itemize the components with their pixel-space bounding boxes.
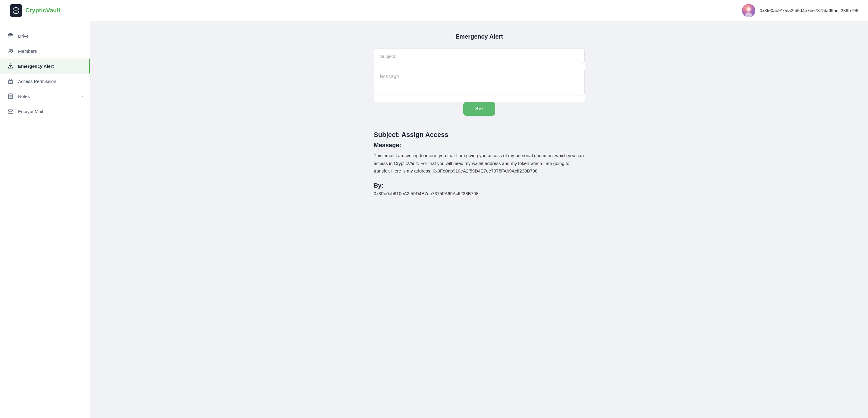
logo-text: CrypticVault — [25, 7, 61, 14]
header: CrypticVault 0x3fe0ab910ea2f59d4e7ee7375… — [0, 0, 868, 21]
chevron-right-icon: › — [82, 94, 83, 99]
message-input[interactable] — [374, 69, 585, 96]
drive-icon — [7, 33, 14, 39]
page-title: Emergency Alert — [108, 33, 850, 40]
sidebar-item-emergency-alert[interactable]: Emergency Alert — [0, 59, 90, 73]
sidebar-item-notes[interactable]: Notes › — [0, 89, 90, 104]
avatar — [742, 4, 755, 17]
main-content: Emergency Alert Set Subject: Assign Acce… — [90, 21, 868, 418]
result-message-label: Message: — [374, 142, 585, 149]
sidebar-item-access-permission[interactable]: Access Permission — [0, 73, 90, 89]
logo-plain: Cryptic — [25, 7, 46, 13]
layout: Drive Members Emergency A — [0, 21, 868, 418]
svg-point-11 — [10, 82, 11, 83]
user-area: 0x3fe0ab910ea2f59d4e7ee7375fa69acff238b7… — [742, 4, 858, 17]
svg-point-7 — [9, 49, 11, 51]
subject-input[interactable] — [374, 49, 585, 64]
wallet-address: 0x3fe0ab910ea2f59d4e7ee7375fa69acff238b7… — [760, 8, 858, 13]
sidebar-label-emergency-alert: Emergency Alert — [18, 64, 54, 69]
svg-rect-13 — [8, 110, 13, 113]
members-icon — [7, 48, 14, 54]
result-by-value: 0x3Fe0ab910eA2f59D4E7ee7375FA69Acff238B7… — [374, 191, 585, 196]
svg-rect-5 — [8, 34, 13, 38]
mail-icon — [7, 108, 14, 115]
svg-point-1 — [15, 10, 17, 11]
notes-icon — [7, 93, 14, 99]
sidebar-item-members[interactable]: Members — [0, 43, 90, 59]
sidebar-label-encrypt-mail: Encrypt Mail — [18, 109, 43, 114]
svg-rect-6 — [9, 33, 12, 35]
sidebar-label-access-permission: Access Permission — [18, 79, 56, 84]
logo-accent: Vault — [46, 7, 61, 13]
logo-icon — [10, 4, 22, 17]
set-button[interactable]: Set — [463, 102, 495, 116]
result-by-label: By: — [374, 182, 585, 189]
logo-area: CrypticVault — [10, 4, 61, 17]
sidebar-label-drive: Drive — [18, 33, 29, 39]
permission-icon — [7, 78, 14, 85]
sidebar-label-notes: Notes — [18, 94, 30, 99]
svg-point-9 — [10, 67, 11, 67]
sidebar: Drive Members Emergency A — [0, 21, 90, 418]
svg-point-4 — [745, 12, 752, 17]
sidebar-item-encrypt-mail[interactable]: Encrypt Mail — [0, 104, 90, 119]
sidebar-label-members: Members — [18, 49, 37, 54]
result-subject: Subject: Assign Access — [374, 131, 585, 139]
result-message-body: This email I am writing to inform you th… — [374, 152, 585, 175]
form-card — [374, 49, 585, 102]
sidebar-item-drive[interactable]: Drive — [0, 28, 90, 43]
result-section: Subject: Assign Access Message: This ema… — [374, 128, 585, 196]
svg-point-8 — [11, 49, 13, 51]
svg-point-3 — [747, 7, 751, 11]
alert-icon — [7, 63, 14, 69]
